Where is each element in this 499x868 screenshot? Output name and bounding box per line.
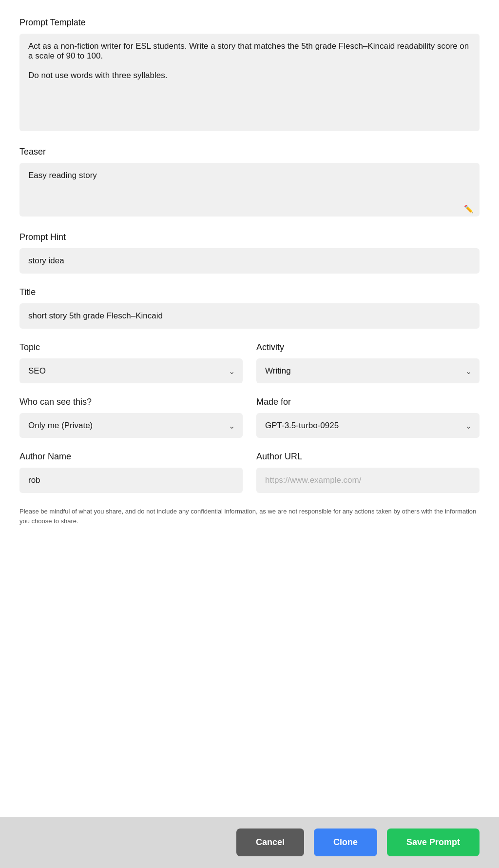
activity-label: Activity: [256, 342, 480, 353]
prompt-hint-label: Prompt Hint: [19, 232, 480, 242]
madefor-field: Made for GPT-3.5-turbo-0925 GPT-4 GPT-4o…: [256, 397, 480, 438]
activity-select-wrapper: Writing Reading Editing Summarizing Tran…: [256, 358, 480, 383]
madefor-select[interactable]: GPT-3.5-turbo-0925 GPT-4 GPT-4o Claude G…: [256, 413, 480, 438]
activity-select[interactable]: Writing Reading Editing Summarizing Tran…: [256, 358, 480, 383]
prompt-template-textarea[interactable]: [19, 34, 480, 131]
activity-field: Activity Writing Reading Editing Summari…: [256, 342, 480, 383]
author-name-label: Author Name: [19, 452, 243, 462]
topic-select-wrapper: SEO Education Marketing Technology Healt…: [19, 358, 243, 383]
prompt-template-label: Prompt Template: [19, 18, 480, 28]
title-input[interactable]: [19, 303, 480, 329]
cancel-button[interactable]: Cancel: [236, 829, 304, 856]
clone-button[interactable]: Clone: [314, 829, 377, 856]
madefor-select-wrapper: GPT-3.5-turbo-0925 GPT-4 GPT-4o Claude G…: [256, 413, 480, 438]
title-group: Title: [19, 287, 480, 329]
teaser-group: Teaser ✏️: [19, 147, 480, 218]
author-name-field: Author Name: [19, 452, 243, 493]
edit-icon: ✏️: [464, 204, 474, 214]
visibility-select-wrapper: Only me (Private) Everyone (Public) Frie…: [19, 413, 243, 438]
footer-bar: Cancel Clone Save Prompt: [0, 817, 499, 868]
prompt-hint-input[interactable]: [19, 248, 480, 274]
teaser-label: Teaser: [19, 147, 480, 157]
author-url-input[interactable]: [256, 468, 480, 493]
madefor-label: Made for: [256, 397, 480, 407]
main-content: Prompt Template Teaser ✏️ Prompt Hint Ti…: [0, 0, 499, 817]
topic-label: Topic: [19, 342, 243, 353]
visibility-field: Who can see this? Only me (Private) Ever…: [19, 397, 243, 438]
disclaimer-text: Please be mindful of what you share, and…: [19, 507, 480, 526]
author-url-field: Author URL: [256, 452, 480, 493]
teaser-textarea[interactable]: [19, 163, 480, 217]
prompt-template-group: Prompt Template: [19, 18, 480, 133]
visibility-select[interactable]: Only me (Private) Everyone (Public) Frie…: [19, 413, 243, 438]
save-prompt-button[interactable]: Save Prompt: [387, 829, 480, 856]
author-row: Author Name Author URL: [19, 452, 480, 493]
teaser-wrapper: ✏️: [19, 163, 480, 218]
title-label: Title: [19, 287, 480, 297]
prompt-hint-group: Prompt Hint: [19, 232, 480, 274]
topic-activity-row: Topic SEO Education Marketing Technology…: [19, 342, 480, 383]
author-name-input[interactable]: [19, 468, 243, 493]
topic-select[interactable]: SEO Education Marketing Technology Healt…: [19, 358, 243, 383]
topic-field: Topic SEO Education Marketing Technology…: [19, 342, 243, 383]
visibility-madefor-row: Who can see this? Only me (Private) Ever…: [19, 397, 480, 438]
author-url-label: Author URL: [256, 452, 480, 462]
visibility-label: Who can see this?: [19, 397, 243, 407]
